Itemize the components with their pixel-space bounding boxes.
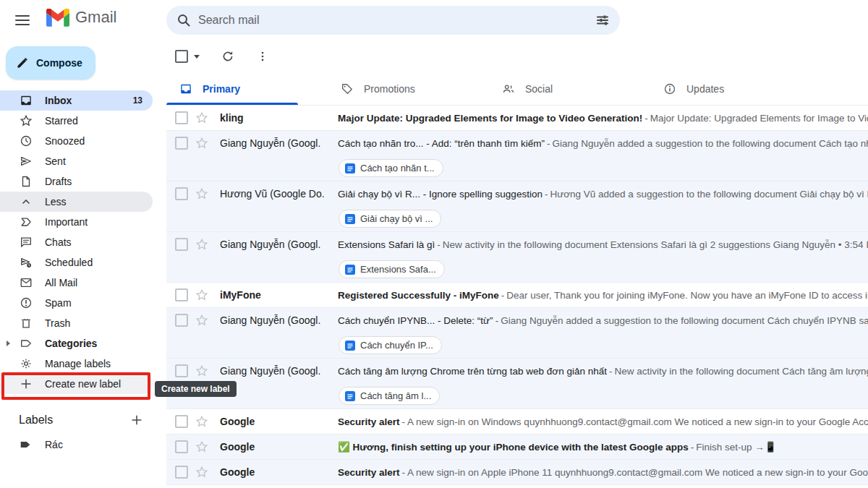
sidebar-item-categories[interactable]: Categories bbox=[0, 333, 153, 354]
tab-social[interactable]: Social bbox=[489, 72, 650, 105]
gmail-logo: Gmail bbox=[46, 8, 116, 27]
sidebar-item-sent[interactable]: Sent bbox=[0, 151, 153, 171]
google-docs-icon bbox=[345, 214, 355, 224]
tab-updates[interactable]: Updates bbox=[650, 72, 812, 105]
draft-icon bbox=[19, 174, 33, 189]
attachment-chip[interactable]: Extensions Safa... bbox=[339, 260, 445, 278]
sidebar-item-label: Important bbox=[45, 216, 88, 228]
tab-label: Promotions bbox=[364, 83, 415, 95]
row-checkbox[interactable] bbox=[175, 238, 188, 251]
star-toggle-icon[interactable] bbox=[195, 415, 208, 428]
star-toggle-icon[interactable] bbox=[195, 137, 208, 150]
email-row[interactable]: Google Security alert-A new sign-in on A… bbox=[166, 460, 868, 485]
search-bar[interactable] bbox=[166, 6, 620, 35]
google-docs-icon bbox=[345, 391, 355, 401]
search-options-icon[interactable] bbox=[595, 13, 610, 27]
sidebar-item-create-new-label[interactable]: Create new label bbox=[0, 374, 153, 394]
search-icon[interactable] bbox=[176, 13, 191, 27]
trash-icon bbox=[19, 316, 33, 330]
sidebar-item-important[interactable]: Important bbox=[0, 212, 153, 232]
expand-arrow-icon[interactable] bbox=[7, 341, 10, 346]
scheduled-send-icon bbox=[19, 255, 33, 270]
tab-primary[interactable]: Primary bbox=[166, 72, 328, 105]
star-toggle-icon[interactable] bbox=[195, 238, 208, 251]
sidebar-item-inbox[interactable]: Inbox 13 bbox=[0, 90, 153, 111]
star-toggle-icon[interactable] bbox=[195, 288, 208, 301]
row-checkbox[interactable] bbox=[175, 137, 188, 150]
row-checkbox[interactable] bbox=[175, 111, 188, 124]
attachment-chip[interactable]: Cách tăng âm l... bbox=[339, 387, 440, 405]
star-toggle-icon[interactable] bbox=[195, 364, 208, 377]
email-row[interactable]: Google Security alert-A new sign-in on W… bbox=[166, 409, 868, 435]
email-snippet: A new sign-in on Windows quynhhuong9.con… bbox=[407, 416, 868, 427]
row-checkbox[interactable] bbox=[175, 288, 188, 301]
row-checkbox[interactable] bbox=[175, 466, 188, 479]
row-checkbox[interactable] bbox=[175, 440, 188, 453]
star-toggle-icon[interactable] bbox=[195, 440, 208, 453]
attachment-chip-label: Extensions Safa... bbox=[360, 264, 436, 275]
email-row[interactable]: iMyFone Registered Successfully - iMyFon… bbox=[166, 283, 868, 308]
row-checkbox[interactable] bbox=[175, 415, 188, 428]
sidebar-item-less[interactable]: Less bbox=[0, 192, 153, 212]
row-checkbox[interactable] bbox=[175, 314, 188, 327]
row-checkbox[interactable] bbox=[175, 364, 188, 377]
sidebar-item-all-mail[interactable]: All Mail bbox=[0, 273, 153, 293]
compose-button[interactable]: Compose bbox=[6, 46, 95, 80]
sidebar-nav: Inbox 13 Starred Snoozed Sent bbox=[0, 90, 161, 394]
active-tab-underline bbox=[166, 103, 298, 105]
email-row[interactable]: Giang Nguyễn (Googl. Cách tăng âm lượng … bbox=[166, 359, 868, 409]
sidebar-item-label: Inbox bbox=[45, 95, 72, 106]
tab-promotions[interactable]: Promotions bbox=[328, 72, 489, 105]
email-snippet: Giang Nguyễn added a suggestion to the f… bbox=[501, 315, 868, 326]
google-docs-icon bbox=[345, 265, 355, 275]
attachment-chip[interactable]: Cách chuyển IP... bbox=[339, 336, 442, 354]
email-sender: Google bbox=[220, 441, 338, 453]
select-dropdown-icon[interactable] bbox=[194, 55, 200, 59]
email-row[interactable]: kling Major Update: Upgraded Elements fo… bbox=[166, 106, 868, 131]
email-snippet: Major Update: Upgraded Elements for Imag… bbox=[650, 113, 868, 124]
email-row[interactable]: Giang Nguyễn (Googl. Cách tạo nhãn tro..… bbox=[166, 131, 868, 181]
label-tag-icon bbox=[19, 437, 33, 452]
select-all-checkbox[interactable] bbox=[175, 50, 188, 63]
sidebar-item-label: Drafts bbox=[45, 176, 72, 187]
hamburger-menu-icon[interactable] bbox=[13, 12, 32, 29]
email-row[interactable]: Hương Vũ (Google Do. Giải chạy bộ vì R..… bbox=[166, 181, 868, 232]
sidebar-item-spam[interactable]: Spam bbox=[0, 293, 153, 313]
create-label-plus-icon[interactable] bbox=[130, 414, 143, 427]
email-sender: kling bbox=[220, 112, 338, 124]
labels-section-header: Labels bbox=[0, 409, 152, 431]
more-options-icon[interactable] bbox=[256, 50, 269, 63]
star-toggle-icon[interactable] bbox=[195, 111, 208, 124]
attachment-chip-label: Cách chuyển IP... bbox=[360, 340, 433, 351]
sidebar-item-drafts[interactable]: Drafts bbox=[0, 171, 153, 192]
star-toggle-icon[interactable] bbox=[195, 314, 208, 327]
sidebar-item-scheduled[interactable]: Scheduled bbox=[0, 252, 153, 273]
email-row[interactable]: Google ✅ Hương, finish setting up your i… bbox=[166, 435, 868, 460]
separator: - bbox=[691, 442, 694, 453]
inbox-unread-count: 13 bbox=[133, 95, 142, 106]
refresh-icon[interactable] bbox=[221, 50, 234, 63]
star-toggle-icon[interactable] bbox=[195, 466, 208, 479]
sidebar-item-starred[interactable]: Starred bbox=[0, 111, 153, 131]
sidebar-item-snoozed[interactable]: Snoozed bbox=[0, 131, 153, 151]
sidebar-item-label: Categories bbox=[45, 338, 97, 349]
tab-label: Social bbox=[525, 83, 553, 95]
main-content: Primary Promotions Social Updates bbox=[166, 40, 868, 488]
email-row[interactable]: Giang Nguyễn (Googl. Cách chuyển IPYNB..… bbox=[166, 308, 868, 359]
attachment-chip[interactable]: Cách tạo nhãn t... bbox=[339, 159, 443, 177]
row-checkbox[interactable] bbox=[175, 187, 188, 200]
sidebar-item-manage-labels[interactable]: Manage labels bbox=[0, 354, 153, 374]
email-subject: Extensions Safari là gì bbox=[338, 239, 435, 250]
sidebar-label-rac[interactable]: Rác bbox=[0, 434, 152, 455]
top-bar: Gmail bbox=[0, 0, 868, 40]
email-row[interactable]: Giang Nguyễn (Googl. Extensions Safari l… bbox=[166, 232, 868, 283]
sidebar-item-trash[interactable]: Trash bbox=[0, 313, 153, 333]
inbox-tabs: Primary Promotions Social Updates bbox=[166, 72, 868, 106]
sidebar-item-label: Chats bbox=[45, 236, 72, 248]
sidebar-item-label: Sent bbox=[45, 155, 66, 167]
attachment-chip[interactable]: Giải chạy bộ vì ... bbox=[339, 210, 441, 228]
sidebar-item-chats[interactable]: Chats bbox=[0, 232, 153, 252]
inbox-icon bbox=[19, 93, 33, 108]
search-input[interactable] bbox=[198, 14, 588, 27]
star-toggle-icon[interactable] bbox=[195, 187, 208, 200]
